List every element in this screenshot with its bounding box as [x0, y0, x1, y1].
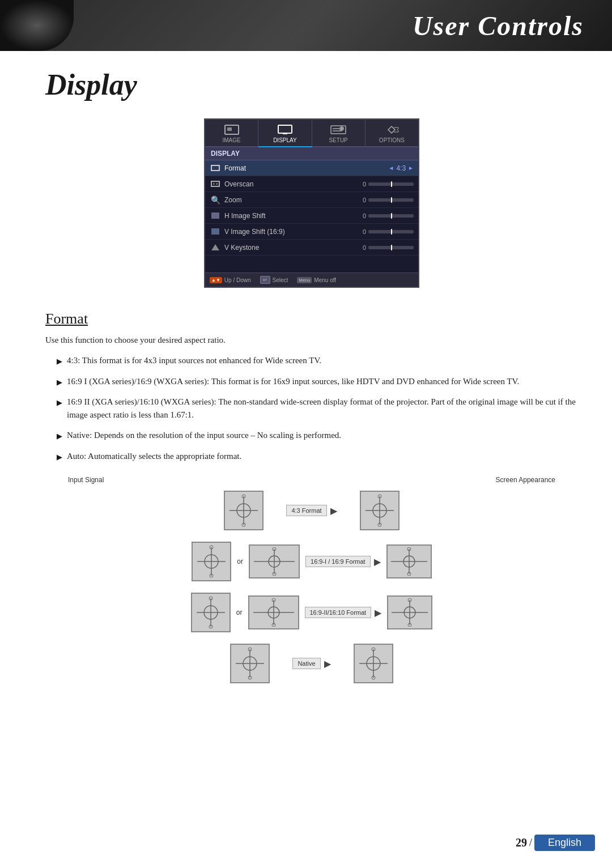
arrow-symbol-2: ▶ — [374, 556, 381, 567]
display-icon — [277, 124, 293, 135]
format-row-value: ◄ 4:3 ► — [389, 164, 414, 172]
diagram-row-2: or 16:9-I / 16:9 Format ▶ — [62, 542, 561, 581]
vkeystone-row-icon — [210, 243, 221, 252]
bullet-arrow-1: ▶ — [57, 356, 62, 367]
updown-label: Up / Down — [224, 277, 251, 283]
updown-icon: ▲▼ — [210, 277, 222, 283]
status-updown: ▲▼ Up / Down — [210, 277, 251, 283]
osd-row-overscan[interactable]: Overscan 0 — [205, 176, 418, 192]
osd-row-vkeystone[interactable]: V Keystone 0 — [205, 240, 418, 256]
hshift-slider — [368, 214, 414, 218]
osd-row-zoom[interactable]: 🔍 Zoom 0 — [205, 192, 418, 208]
bullet-arrow-3: ▶ — [57, 397, 62, 409]
diagram-label-right: Screen Appearance — [496, 476, 555, 484]
osd-row-vshift[interactable]: V Image Shift (16:9) 0 — [205, 224, 418, 240]
osd-row-format[interactable]: Format ◄ 4:3 ► — [205, 160, 418, 176]
bullet-text-2: 16:9 I (XGA series)/16:9 (WXGA series): … — [67, 375, 519, 388]
svg-rect-3 — [283, 133, 287, 134]
setup-icon — [330, 124, 346, 135]
bullet-text-1: 4:3: This format is for 4x3 input source… — [67, 354, 321, 367]
diagram-section: Input Signal Screen Appearance 4:3 Forma… — [45, 476, 578, 683]
footer: 29 / English — [516, 835, 595, 851]
format-row-icon — [210, 164, 221, 173]
crosshair-input-3a — [191, 593, 231, 632]
zoom-row-label: Zoom — [224, 196, 358, 204]
tab-display-label: DISPLAY — [273, 137, 297, 143]
page-content: Display IMAGE — [0, 51, 612, 729]
crosshair-output-2 — [386, 544, 432, 578]
crosshair-svg-3a — [194, 595, 228, 629]
diagram-row-3: or 16:9-II/16:10 Format ▶ — [62, 593, 561, 632]
format-row-label: Format — [224, 164, 389, 172]
crosshair-svg-2b — [252, 547, 296, 576]
header: User Controls — [0, 0, 612, 51]
osd-spacer — [205, 256, 418, 273]
status-menuoff: Menu Menu off — [297, 277, 336, 283]
format-bullet-list: ▶ 4:3: This format is for 4x3 input sour… — [45, 354, 578, 462]
format-arrow-1: 4:3 Format ▶ — [286, 505, 337, 516]
bullet-item-1: ▶ 4:3: This format is for 4x3 input sour… — [57, 354, 578, 367]
format-label-2: 16:9-I / 16:9 Format — [305, 556, 371, 567]
crosshair-out-svg-3 — [390, 598, 430, 627]
vshift-slider — [368, 230, 414, 233]
hshift-row-icon — [210, 211, 221, 220]
crosshair-input-2b — [249, 544, 300, 578]
tab-image[interactable]: IMAGE — [205, 120, 258, 146]
page-language: English — [534, 835, 595, 851]
tab-options[interactable]: OPTIONS — [366, 120, 418, 146]
format-label-4: Native — [292, 658, 320, 669]
overscan-slider — [368, 182, 414, 186]
header-logo — [0, 0, 74, 51]
crosshair-input-2a — [192, 542, 231, 581]
zoom-row-value: 0 — [358, 197, 414, 203]
or-text-2: or — [237, 558, 243, 565]
hshift-row-label: H Image Shift — [224, 212, 358, 220]
hshift-row-value: 0 — [358, 212, 414, 219]
crosshair-input-4 — [230, 644, 270, 683]
crosshair-svg-4 — [233, 646, 267, 680]
tab-display[interactable]: DISPLAY — [258, 120, 312, 147]
menu-icon: Menu — [297, 277, 312, 283]
arrow-symbol-3: ▶ — [375, 607, 381, 618]
osd-row-hshift[interactable]: H Image Shift 0 — [205, 208, 418, 224]
vshift-num: 0 — [358, 228, 366, 235]
format-arrow-left: ◄ — [389, 165, 394, 171]
arrow-symbol-4: ▶ — [324, 658, 331, 669]
tab-image-label: IMAGE — [223, 137, 241, 143]
vshift-row-icon — [210, 227, 221, 236]
or-text-3: or — [236, 609, 243, 616]
page-number: 29 — [516, 836, 527, 849]
format-intro: Use this function to choose your desired… — [45, 335, 578, 345]
tab-setup-label: SETUP — [329, 137, 347, 143]
crosshair-output-4 — [354, 644, 393, 683]
page-divider: / — [529, 837, 532, 849]
crosshair-svg-1 — [227, 493, 261, 527]
header-title: User Controls — [413, 10, 584, 41]
format-arrow-right: ► — [408, 165, 414, 171]
vkeystone-row-label: V Keystone — [224, 244, 358, 252]
zoom-row-icon: 🔍 — [210, 195, 221, 205]
image-icon — [224, 124, 240, 135]
crosshair-svg-3b — [252, 598, 296, 627]
osd-container: IMAGE DISPLAY — [45, 118, 578, 288]
svg-rect-2 — [278, 125, 292, 133]
bullet-arrow-4: ▶ — [57, 431, 62, 442]
tab-setup[interactable]: SETUP — [312, 120, 366, 146]
osd-section-header: DISPLAY — [205, 147, 418, 160]
zoom-slider — [368, 198, 414, 202]
overscan-row-icon — [210, 180, 221, 189]
vkeystone-row-value: 0 — [358, 244, 414, 251]
osd-menu: IMAGE DISPLAY — [204, 118, 419, 288]
vkeystone-num: 0 — [358, 244, 366, 251]
display-title: Display — [45, 68, 578, 101]
enter-icon: ↵ — [260, 276, 270, 284]
format-arrow-2: 16:9-I / 16:9 Format ▶ — [305, 556, 381, 567]
bullet-arrow-2: ▶ — [57, 377, 62, 388]
osd-statusbar: ▲▼ Up / Down ↵ Select Menu Menu off — [205, 273, 418, 287]
select-label: Select — [273, 277, 288, 283]
bullet-item-4: ▶ Native: Depends on the resolution of t… — [57, 429, 578, 442]
osd-tabs: IMAGE DISPLAY — [205, 120, 418, 147]
bullet-text-5: Auto: Automatically selects the appropri… — [67, 450, 241, 463]
format-heading: Format — [45, 310, 578, 327]
crosshair-output-3 — [387, 595, 432, 629]
